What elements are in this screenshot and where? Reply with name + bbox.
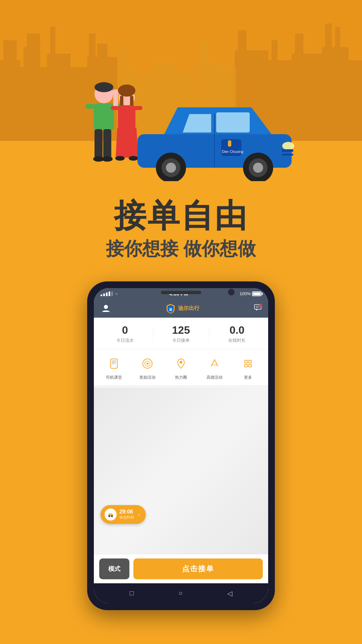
signal-bar-5 <box>111 291 113 296</box>
nav-recent-button[interactable]: □ <box>130 589 134 597</box>
icon-label-rewards: 奖励活动 <box>139 375 156 380</box>
bottom-action-bar: 模式 点击接单 <box>94 554 268 583</box>
break-arrow-icon: › <box>138 512 140 517</box>
break-time-value: 29:06 <box>119 509 134 515</box>
hero-section: Dier Chuxing <box>0 0 362 195</box>
svg-rect-85 <box>110 513 112 515</box>
avatar-icon[interactable] <box>101 303 111 314</box>
hero-illustration: Dier Chuxing <box>64 60 298 188</box>
icon-more[interactable]: 更多 <box>235 355 261 380</box>
signal-bar-1 <box>101 294 102 296</box>
carrier-text: ○ <box>115 291 118 296</box>
svg-rect-51 <box>216 112 250 132</box>
signal-bar-4 <box>109 291 110 296</box>
battery-fill <box>253 292 260 295</box>
svg-point-77 <box>146 363 148 365</box>
amap-icon <box>206 355 223 372</box>
signal-bar-3 <box>106 292 108 296</box>
svg-point-59 <box>282 142 294 150</box>
svg-point-65 <box>104 305 108 309</box>
accept-order-button[interactable]: 点击接单 <box>133 558 263 579</box>
break-label-text: 休息时间 <box>119 515 134 520</box>
stats-row: 0 今日流水 125 今日接单 0.0 在线时长 <box>94 318 268 349</box>
svg-rect-82 <box>249 364 251 367</box>
phone-camera <box>228 289 235 296</box>
app-header: 迪 迪尔出行 <box>94 300 268 318</box>
svg-rect-38 <box>103 129 111 159</box>
icon-label-heatmap: 热力圈 <box>175 375 187 380</box>
nav-home-button[interactable]: ○ <box>178 589 182 597</box>
phone-mockup-wrapper: ○ 4:00 PM 100% <box>0 281 362 610</box>
logo-text: 迪尔出行 <box>178 305 199 312</box>
icon-heatmap[interactable]: 热力圈 <box>168 355 194 380</box>
svg-rect-79 <box>245 360 247 363</box>
svg-rect-64 <box>282 154 293 156</box>
android-nav-bar: □ ○ ◁ <box>94 583 268 603</box>
icon-label-more: 更多 <box>244 375 252 380</box>
icon-label-amap: 高德活动 <box>206 375 223 380</box>
stat-value-flow: 0 <box>97 324 153 336</box>
break-info: 29:06 休息时间 <box>119 509 134 520</box>
map-placeholder <box>94 388 268 554</box>
svg-rect-37 <box>95 129 103 159</box>
stat-value-time: 0.0 <box>209 324 265 336</box>
app-logo: 迪 迪尔出行 <box>166 303 199 314</box>
status-battery: 100% <box>240 291 261 296</box>
svg-point-36 <box>112 89 119 96</box>
icon-driver-class[interactable]: 司机课堂 <box>101 355 127 380</box>
svg-point-31 <box>95 82 113 92</box>
heatmap-icon <box>173 355 189 372</box>
svg-point-40 <box>102 156 113 162</box>
icon-rewards[interactable]: 奖励活动 <box>134 355 161 380</box>
stat-value-orders: 125 <box>153 324 209 336</box>
stat-online-time: 0.0 在线时长 <box>209 324 265 343</box>
icon-amap[interactable]: 高德活动 <box>201 355 228 380</box>
svg-point-48 <box>115 156 125 161</box>
icon-label-driver-class: 司机课堂 <box>106 375 122 380</box>
stat-daily-flow: 0 今日流水 <box>97 324 153 343</box>
stat-daily-orders: 125 今日接单 <box>153 324 209 343</box>
svg-rect-80 <box>249 360 251 363</box>
phone-speaker <box>161 291 201 294</box>
svg-rect-81 <box>245 364 247 367</box>
main-title: 接单自由 <box>0 198 362 233</box>
phone-screen: ○ 4:00 PM 100% <box>94 288 268 603</box>
svg-rect-46 <box>111 106 119 110</box>
sub-title: 接你想接 做你想做 <box>0 237 362 261</box>
svg-point-62 <box>147 139 158 146</box>
stat-label-flow: 今日流水 <box>97 337 153 343</box>
svg-point-55 <box>166 163 176 173</box>
signal-bar-2 <box>103 293 105 296</box>
more-icon <box>240 355 256 372</box>
break-car-icon <box>105 508 117 521</box>
svg-point-78 <box>180 361 182 364</box>
svg-rect-71 <box>111 360 117 366</box>
svg-text:Dier Chuxing: Dier Chuxing <box>222 150 243 154</box>
break-badge[interactable]: 29:06 休息时间 › <box>101 505 146 524</box>
text-section: 接单自由 接你想接 做你想做 <box>0 195 362 275</box>
driver-class-icon <box>106 355 122 372</box>
svg-point-84 <box>111 515 113 517</box>
mode-button[interactable]: 模式 <box>99 558 129 579</box>
svg-point-58 <box>253 163 263 173</box>
stat-label-orders: 今日接单 <box>153 337 209 343</box>
svg-point-83 <box>109 515 110 517</box>
battery-icon <box>252 291 261 296</box>
stat-label-time: 在线时长 <box>209 337 265 343</box>
svg-rect-33 <box>85 104 95 109</box>
phone-outer: ○ 4:00 PM 100% <box>87 281 275 610</box>
logo-shield-icon: 迪 <box>166 303 175 314</box>
rewards-icon <box>139 355 156 372</box>
svg-text:迪: 迪 <box>169 308 173 311</box>
car-illustration: Dier Chuxing <box>131 87 298 188</box>
svg-rect-63 <box>282 149 293 152</box>
battery-percent: 100% <box>240 291 251 296</box>
signal-indicator: ○ <box>101 291 118 296</box>
map-area: 29:06 休息时间 › <box>94 388 268 554</box>
icon-grid: 司机课堂 奖励活动 <box>94 349 268 388</box>
message-badge <box>259 304 262 306</box>
nav-back-button[interactable]: ◁ <box>227 589 232 597</box>
message-icon[interactable] <box>254 304 261 313</box>
